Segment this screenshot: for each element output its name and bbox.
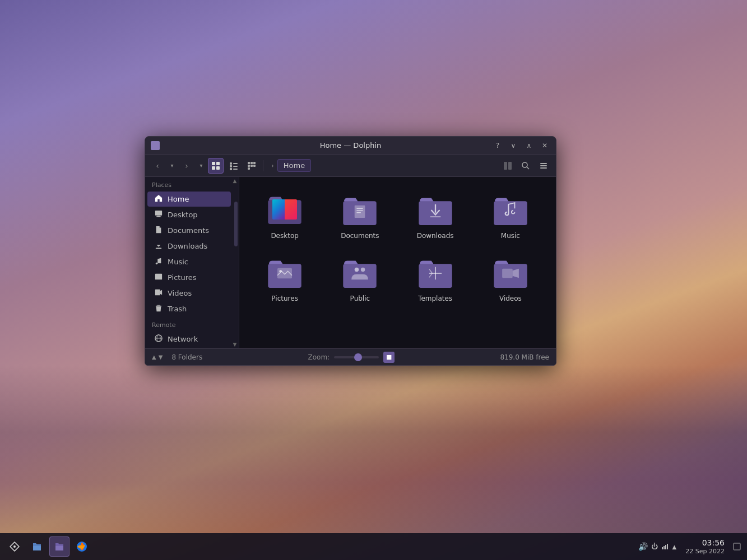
- sidebar-item-network-label: Network: [168, 335, 198, 343]
- taskbar-clock[interactable]: 03:56 22 Sep 2022: [685, 538, 725, 556]
- search-button[interactable]: [518, 158, 533, 174]
- forward-button[interactable]: ›: [179, 158, 194, 174]
- svg-rect-5: [233, 163, 238, 164]
- taskbar-dolphin-button[interactable]: [49, 536, 69, 557]
- maximize-button[interactable]: ∧: [523, 140, 535, 151]
- taskbar-files-button[interactable]: [27, 536, 47, 557]
- dolphin-window: Home — Dolphin ? ∨ ∧ ✕ ‹ ▾ › ▾: [145, 136, 556, 366]
- places-section-label: Places: [145, 177, 233, 191]
- breadcrumb-arrow: ›: [271, 162, 274, 170]
- svg-rect-8: [230, 168, 232, 170]
- taskbar-right: 🔊 ⏻ ▲ 03:56 22 Sep 2022: [638, 536, 743, 557]
- bg-overlay: [0, 365, 747, 533]
- svg-rect-33: [156, 306, 162, 307]
- view-details-button[interactable]: [226, 158, 242, 174]
- downloads-icon: [154, 241, 163, 251]
- breadcrumb-bar: › Home: [267, 159, 498, 172]
- file-item-documents[interactable]: Documents: [324, 187, 395, 245]
- svg-rect-26: [156, 216, 161, 217]
- network-tray-icon[interactable]: [661, 542, 669, 552]
- volume-icon[interactable]: 🔊: [638, 542, 648, 551]
- documents-folder-icon: [342, 193, 378, 228]
- taskbar-date: 22 Sep 2022: [685, 548, 725, 556]
- view-compact-button[interactable]: [244, 158, 259, 174]
- zoom-size-button[interactable]: ■: [383, 352, 395, 363]
- svg-rect-27: [156, 248, 162, 249]
- tray-arrow-icon[interactable]: ▲: [672, 544, 677, 550]
- sidebar-item-music[interactable]: Music: [147, 254, 231, 269]
- svg-rect-12: [253, 162, 256, 164]
- back-dropdown[interactable]: ▾: [168, 158, 177, 174]
- svg-rect-24: [155, 211, 162, 216]
- sidebar-item-home[interactable]: Home: [147, 192, 231, 207]
- breadcrumb-home[interactable]: Home: [277, 159, 311, 172]
- svg-rect-23: [540, 167, 547, 169]
- remote-section-label: Remote: [145, 317, 233, 331]
- svg-rect-18: [508, 162, 512, 170]
- status-bar: ▲ ▼ 8 Folders Zoom: ■ 819.0 MiB free: [145, 348, 556, 365]
- sidebar: Places Home Desktop: [145, 177, 239, 348]
- sidebar-item-home-label: Home: [168, 195, 189, 203]
- close-button[interactable]: ✕: [539, 140, 550, 151]
- desktop: Home — Dolphin ? ∨ ∧ ✕ ‹ ▾ › ▾: [0, 0, 747, 560]
- file-item-videos[interactable]: Videos: [475, 250, 546, 308]
- desktop-icon: [154, 210, 163, 220]
- file-item-public[interactable]: Public: [324, 250, 395, 308]
- zoom-thumb[interactable]: [354, 353, 362, 361]
- home-icon: [154, 194, 163, 204]
- documents-icon: [154, 226, 163, 235]
- desktop-folder-icon: [267, 193, 303, 228]
- power-icon[interactable]: ⏻: [651, 543, 658, 550]
- sidebar-item-videos[interactable]: Videos: [147, 286, 231, 301]
- sidebar-item-downloads[interactable]: Downloads: [147, 239, 231, 254]
- svg-line-20: [527, 167, 529, 169]
- taskbar-left: [4, 536, 638, 557]
- taskbar-apps-button[interactable]: [4, 536, 25, 557]
- sidebar-item-desktop-label: Desktop: [168, 211, 198, 219]
- sidebar-item-trash[interactable]: Trash: [147, 301, 231, 316]
- show-desktop-button[interactable]: [731, 536, 743, 557]
- sidebar-item-trash-label: Trash: [168, 305, 187, 313]
- svg-rect-49: [502, 268, 513, 278]
- sidebar-item-documents[interactable]: Documents: [147, 223, 231, 238]
- svg-rect-15: [253, 165, 256, 167]
- back-button[interactable]: ‹: [150, 158, 165, 174]
- forward-dropdown[interactable]: ▾: [197, 158, 206, 174]
- recent-section-label: Recent: [145, 347, 233, 348]
- templates-label: Templates: [418, 295, 452, 304]
- videos-icon: [154, 288, 163, 298]
- zoom-section: Zoom: ■: [211, 352, 491, 363]
- pictures-icon: [154, 273, 163, 282]
- view-icons-button[interactable]: [208, 158, 224, 174]
- svg-rect-2: [212, 166, 215, 170]
- svg-rect-9: [233, 169, 238, 170]
- sidebar-item-network[interactable]: Network: [147, 332, 231, 347]
- sidebar-item-desktop[interactable]: Desktop: [147, 207, 231, 222]
- help-button[interactable]: ?: [492, 140, 503, 151]
- svg-rect-37: [355, 206, 365, 218]
- minimize-button[interactable]: ∨: [508, 140, 519, 151]
- split-view-button[interactable]: [500, 158, 516, 174]
- zoom-slider[interactable]: [334, 356, 379, 358]
- file-item-templates[interactable]: Templates: [400, 250, 471, 308]
- sidebar-item-downloads-label: Downloads: [168, 242, 207, 250]
- videos-label: Videos: [499, 295, 522, 304]
- sidebar-item-pictures[interactable]: Pictures: [147, 270, 231, 285]
- svg-rect-53: [662, 547, 663, 549]
- sidebar-scrollbar[interactable]: [234, 199, 238, 348]
- svg-rect-32: [155, 290, 160, 296]
- hamburger-menu-button[interactable]: [536, 158, 551, 174]
- svg-rect-57: [734, 543, 740, 550]
- taskbar: 🔊 ⏻ ▲ 03:56 22 Sep 2022: [0, 533, 747, 560]
- taskbar-firefox-button[interactable]: [72, 536, 92, 557]
- svg-rect-22: [540, 165, 547, 166]
- file-item-pictures[interactable]: Pictures: [249, 250, 320, 308]
- title-bar: Home — Dolphin ? ∨ ∧ ✕: [145, 137, 556, 155]
- downloads-folder-icon: [417, 193, 453, 228]
- pictures-label: Pictures: [271, 295, 298, 304]
- file-item-music[interactable]: Music: [475, 187, 546, 245]
- file-item-desktop[interactable]: Desktop: [249, 187, 320, 245]
- taskbar-sys-icons: 🔊 ⏻ ▲: [638, 542, 677, 552]
- network-icon: [154, 334, 163, 344]
- file-item-downloads[interactable]: Downloads: [400, 187, 471, 245]
